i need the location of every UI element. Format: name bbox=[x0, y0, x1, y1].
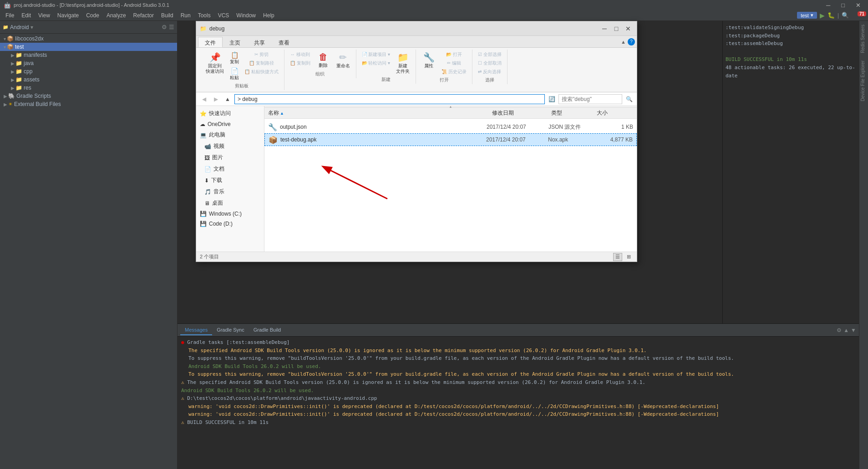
paste-shortcut-button[interactable]: 📋 粘贴快捷方式 bbox=[243, 68, 280, 76]
tab-messages[interactable]: Messages bbox=[180, 325, 212, 335]
tree-item-manifests[interactable]: ▶ 📁 manifests bbox=[0, 51, 177, 59]
android-dropdown-icon[interactable]: ▾ bbox=[30, 24, 33, 30]
scroll-up-icon[interactable]: ▲ bbox=[843, 327, 849, 333]
tree-item-java[interactable]: ▶ 📁 java bbox=[0, 59, 177, 67]
ribbon-tab-file[interactable]: 文件 bbox=[198, 37, 223, 47]
tree-item-test[interactable]: ▾ 📦 test bbox=[0, 43, 177, 51]
fe-minimize-button[interactable]: ─ bbox=[599, 24, 609, 34]
fe-sidebar-videos[interactable]: 📹 视频 bbox=[196, 141, 264, 152]
tab-gradle-sync[interactable]: Gradle Sync bbox=[212, 325, 249, 335]
invert-selection-button[interactable]: ⇄ 反向选择 bbox=[476, 68, 503, 76]
fe-sidebar-windows-c[interactable]: 💾 Windows (C:) bbox=[196, 209, 264, 219]
delete-button[interactable]: 🗑 删除 bbox=[314, 50, 332, 70]
tree-item-res[interactable]: ▶ 📁 res bbox=[0, 84, 177, 92]
copy-button[interactable]: 📋 复制 bbox=[228, 50, 241, 66]
ribbon-collapse-icon[interactable]: ▲ bbox=[621, 39, 626, 45]
onedrive-icon: ☁ bbox=[200, 121, 205, 127]
downloads-icon: ⬇ bbox=[204, 177, 209, 184]
fe-sidebar-downloads[interactable]: ⬇ 下载 bbox=[196, 175, 264, 186]
fe-forward-button[interactable]: ▶ bbox=[211, 94, 221, 104]
menu-code[interactable]: Code bbox=[82, 11, 103, 20]
select-all-button[interactable]: ☑ 全部选择 bbox=[476, 50, 503, 59]
scroll-down-icon[interactable]: ▼ bbox=[851, 327, 856, 333]
copy-path-button[interactable]: 📋 复制路径 bbox=[243, 59, 280, 67]
minimize-button[interactable]: ─ bbox=[822, 1, 834, 10]
tab-gradle-build[interactable]: Gradle Build bbox=[249, 325, 286, 335]
menu-help[interactable]: Help bbox=[259, 11, 278, 20]
open-button[interactable]: 📂 打开 bbox=[440, 50, 468, 59]
file-row-output-json[interactable]: 🔧 output.json 2017/12/4 20:07 JSON 源文件 1… bbox=[264, 121, 637, 133]
gear-icon[interactable]: ⚙ bbox=[162, 24, 167, 30]
run-config-selector[interactable]: test ▾ bbox=[797, 12, 817, 19]
rename-button[interactable]: ✏ 重命名 bbox=[334, 50, 352, 70]
file-row-test-debug-apk[interactable]: 📦 test-debug.apk 2017/12/4 20:07 Nox.apk… bbox=[264, 133, 637, 146]
fe-sidebar-pictures[interactable]: 🖼 图片 bbox=[196, 152, 264, 163]
notification-area[interactable]: 71 bbox=[852, 10, 866, 20]
tree-item-assets[interactable]: ▶ 📁 assets bbox=[0, 76, 177, 84]
fe-list-view-button[interactable]: ☰ bbox=[613, 253, 622, 261]
menu-run[interactable]: Run bbox=[177, 11, 194, 20]
move-to-button[interactable]: ↔ 移动到 bbox=[288, 50, 312, 59]
pin-to-quickaccess-button[interactable]: 📌 固定到快速访问 bbox=[203, 50, 226, 76]
search-button[interactable]: 🔍 bbox=[842, 12, 849, 19]
fe-path-input[interactable] bbox=[234, 94, 545, 104]
fe-maximize-button[interactable]: □ bbox=[611, 24, 621, 34]
side-tab-device[interactable]: Device File Explorer bbox=[859, 57, 868, 105]
maximize-button[interactable]: □ bbox=[838, 1, 848, 10]
settings-icon[interactable]: ☰ bbox=[169, 24, 174, 30]
menu-analyze[interactable]: Analyze bbox=[103, 11, 130, 20]
fe-refresh-button[interactable]: 🔄 bbox=[547, 94, 557, 104]
menu-window[interactable]: Window bbox=[233, 11, 259, 20]
menu-file[interactable]: File bbox=[2, 11, 18, 20]
col-size[interactable]: 大小 bbox=[597, 109, 633, 117]
paste-button[interactable]: 📄 粘贴 bbox=[228, 66, 241, 82]
ribbon-tab-home[interactable]: 主页 bbox=[223, 37, 247, 47]
fe-sidebar-quickaccess[interactable]: ⭐ 快速访问 bbox=[196, 108, 264, 119]
edit-button[interactable]: ✏ 编辑 bbox=[440, 59, 468, 67]
history-button[interactable]: 📜 历史记录 bbox=[440, 68, 468, 76]
fe-back-button[interactable]: ◀ bbox=[199, 94, 209, 104]
tree-item-libcocos2dx[interactable]: ▾ 📦 libcocos2dx bbox=[0, 35, 177, 43]
fe-sidebar-thispc[interactable]: 💻 此电脑 bbox=[196, 129, 264, 141]
deselect-all-button[interactable]: ☐ 全部取消 bbox=[476, 59, 503, 67]
cut-button[interactable]: ✂ 剪切 bbox=[243, 50, 280, 59]
ribbon-tab-view[interactable]: 查看 bbox=[272, 37, 296, 47]
ribbon-help-icon[interactable]: ? bbox=[628, 38, 635, 45]
properties-button[interactable]: 🔧 属性 bbox=[420, 50, 438, 70]
close-button[interactable]: ✕ bbox=[852, 1, 864, 10]
debug-button[interactable]: 🐛 bbox=[827, 12, 835, 19]
menu-vcs[interactable]: VCS bbox=[214, 11, 233, 20]
menu-build[interactable]: Build bbox=[157, 11, 177, 20]
menu-view[interactable]: View bbox=[35, 11, 54, 20]
menu-edit[interactable]: Edit bbox=[18, 11, 35, 20]
fe-search-icon[interactable]: 🔍 bbox=[624, 94, 634, 104]
fe-sidebar-onedrive[interactable]: ☁ OneDrive bbox=[196, 119, 264, 129]
tree-item-gradle-scripts[interactable]: ▶ 🐘 Gradle Scripts bbox=[0, 92, 177, 100]
tree-item-cpp[interactable]: ▶ 📁 cpp bbox=[0, 67, 177, 76]
new-folder-button[interactable]: 📁 新建文件夹 bbox=[394, 50, 412, 76]
fe-up-button[interactable]: ▲ bbox=[223, 94, 233, 104]
copy-to-button[interactable]: 📋 复制到 bbox=[288, 59, 312, 67]
col-date[interactable]: 修改日期 bbox=[492, 109, 551, 117]
copy-label: 复制 bbox=[230, 59, 239, 65]
fe-search-input[interactable] bbox=[558, 94, 622, 104]
col-name[interactable]: 名称 ▲ bbox=[268, 109, 492, 117]
col-type[interactable]: 类型 bbox=[551, 109, 597, 117]
fe-addressbar: ◀ ▶ ▲ 🔄 🔍 bbox=[196, 92, 637, 106]
menu-navigate[interactable]: Navigate bbox=[54, 11, 82, 20]
tree-item-external-build-files[interactable]: ▶ ✴ External Build Files bbox=[0, 100, 177, 108]
menu-tools[interactable]: Tools bbox=[194, 11, 214, 20]
fe-close-button[interactable]: ✕ bbox=[623, 24, 633, 34]
run-button[interactable]: ▶ bbox=[820, 12, 825, 19]
fe-sidebar-code-d[interactable]: 💾 Code (D:) bbox=[196, 219, 264, 229]
menu-refactor[interactable]: Refactor bbox=[130, 11, 157, 20]
fe-sidebar-music[interactable]: 🎵 音乐 bbox=[196, 186, 264, 197]
fe-detail-view-button[interactable]: ⊞ bbox=[624, 253, 633, 261]
settings-icon[interactable]: ⚙ bbox=[837, 327, 842, 333]
new-item-button[interactable]: 📄 新建项目 ▾ bbox=[360, 50, 392, 59]
fe-sidebar-desktop[interactable]: 🖥 桌面 bbox=[196, 197, 264, 209]
easy-access-button[interactable]: 📂 轻松访问 ▾ bbox=[360, 59, 392, 67]
side-tab-redis[interactable]: Redis Servers bbox=[859, 21, 868, 57]
ribbon-tab-share[interactable]: 共享 bbox=[247, 37, 272, 47]
fe-sidebar-documents[interactable]: 📄 文档 bbox=[196, 163, 264, 175]
